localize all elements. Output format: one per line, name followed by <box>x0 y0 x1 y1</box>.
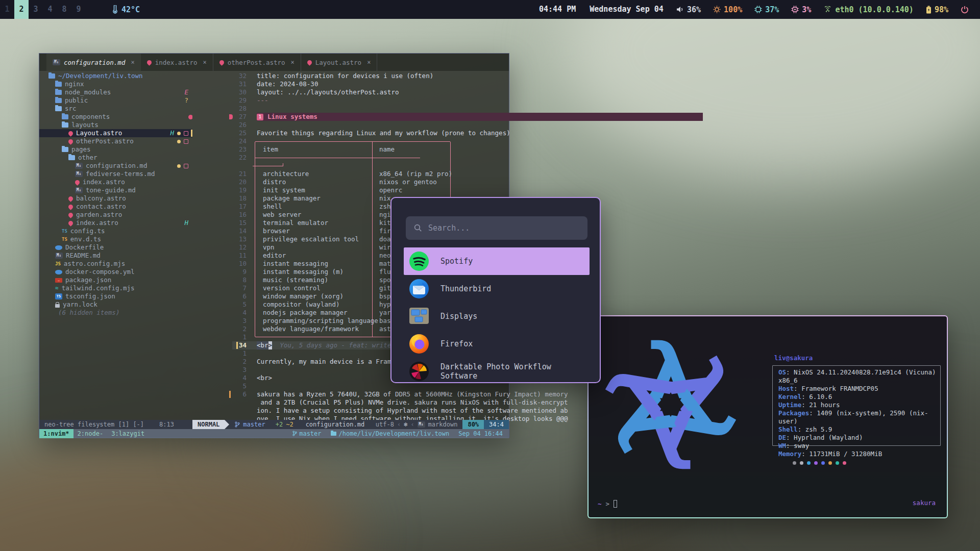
table-cell-item: instant messaging <box>257 260 374 268</box>
tree-item-yarn.lock[interactable]: yarn.lock <box>39 300 192 309</box>
table-cell-item: terminal emulator <box>257 219 374 227</box>
tab-otherPost.astro[interactable]: otherPost.astro× <box>213 54 301 71</box>
tree-item-components[interactable]: components <box>39 113 192 121</box>
tree-item-index.astro[interactable]: index.astroH <box>39 219 192 227</box>
line-number <box>232 407 253 415</box>
sign-column <box>253 317 257 325</box>
workspace-3[interactable]: 3 <box>29 0 43 19</box>
workspace-1[interactable]: 1 <box>0 0 14 19</box>
launcher-item-firefox[interactable]: Firefox <box>404 330 590 358</box>
tree-item-nginx[interactable]: nginx <box>39 80 192 88</box>
tree-item-badges: H <box>184 219 188 227</box>
launcher-item-darktable[interactable]: Darktable Photo Workflow Software <box>404 358 590 383</box>
tab-close-icon[interactable]: × <box>131 59 134 66</box>
tree-item---Development-liv.town[interactable]: ~/Development/liv.town <box>39 72 192 80</box>
tree-item-tailwind.config.mjs[interactable]: ≈tailwind.config.mjs <box>39 284 192 292</box>
tmux-window-3lazygit[interactable]: 3:lazygit <box>107 429 149 438</box>
launcher-search-input[interactable]: Search... <box>406 216 587 240</box>
tree-item-tsconfig.json[interactable]: TStsconfig.json <box>39 292 192 300</box>
table-cell-item: vpn <box>257 243 374 252</box>
tree-item-layouts[interactable]: layouts <box>39 121 192 129</box>
tree-item-badges: H <box>170 129 188 137</box>
tree-item-node-modules[interactable]: node_modulesE <box>39 88 192 96</box>
fetch-field-shell: Shell: zsh 5.9 <box>778 425 947 434</box>
tree-item-label: tsconfig.json <box>65 292 115 300</box>
cpu-widget[interactable]: 37% <box>754 5 779 14</box>
battery-widget[interactable]: 98% <box>926 5 948 14</box>
buffer-line: 6sakura has a Ryzen 5 7640U, 32GB of DDR… <box>232 390 510 398</box>
tree-item-configuration.md[interactable]: M↓configuration.md <box>39 162 192 170</box>
spotify-app-icon <box>409 251 429 271</box>
tree-item-astro.config.mjs[interactable]: JSastro.config.mjs <box>39 260 192 268</box>
shell-prompt[interactable]: ~ > <box>598 500 617 508</box>
workspace-9[interactable]: 9 <box>71 0 86 19</box>
tab-index.astro[interactable]: index.astro× <box>141 54 213 71</box>
volume-widget[interactable]: 36% <box>676 5 701 14</box>
workspace-4[interactable]: 4 <box>43 0 57 19</box>
buffer-text: layout: ../../layouts/otherPost.astro <box>257 88 399 96</box>
tree-item-other[interactable]: other <box>39 154 192 162</box>
tab-Layout.astro[interactable]: Layout.astro× <box>301 54 378 71</box>
tmux-window-2node[interactable]: 2:node- <box>74 429 108 438</box>
tree-item-README.md[interactable]: M↓README.md <box>39 252 192 260</box>
tree-item-tone-guide.md[interactable]: M↓tone-guide.md <box>39 186 192 194</box>
tree-item-label: configuration.md <box>86 162 147 170</box>
displays-app-icon <box>409 306 429 327</box>
power-button-icon[interactable] <box>961 6 969 14</box>
buffer-line: 5 <box>232 382 510 390</box>
markdown-file-icon: M↓ <box>75 163 83 169</box>
tab-configuration.md[interactable]: M↓configuration.md× <box>46 54 141 71</box>
tree-item-public[interactable]: public? <box>39 96 192 105</box>
astro-file-icon <box>67 130 74 137</box>
buffer-text: sakura has a Ryzen 5 7640U, 32GB of DDR5… <box>257 390 568 398</box>
tree-item-Dockerfile[interactable]: Dockerfile <box>39 243 192 252</box>
tree-item-garden.astro[interactable]: garden.astro <box>39 211 192 219</box>
tree-item-src[interactable]: src <box>39 105 192 113</box>
tab-close-icon[interactable]: × <box>203 59 206 66</box>
memory-widget[interactable]: 3% <box>791 5 811 14</box>
terminal-window-fetch: λλλλλλ liv@sakura OS: NixOS 24.11.202408… <box>587 315 948 518</box>
launcher-item-spotify[interactable]: Spotify <box>404 247 590 275</box>
fetch-terminal-content[interactable]: λλλλλλ liv@sakura OS: NixOS 24.11.202408… <box>589 316 947 517</box>
tree-item-label: other <box>78 154 97 162</box>
tree-item-contact.astro[interactable]: contact.astro <box>39 203 192 211</box>
line-number: 30 <box>232 88 253 96</box>
tree-item-package.json[interactable]: —package.json <box>39 276 192 284</box>
tree-item-balcony.astro[interactable]: balcony.astro <box>39 194 192 203</box>
launcher-item-displays[interactable]: Displays <box>404 303 590 330</box>
tree-item-otherPost.astro[interactable]: otherPost.astro <box>39 137 192 145</box>
tree-item-config.ts[interactable]: TSconfig.ts <box>39 227 192 235</box>
fetch-key: OS <box>778 368 786 376</box>
tmux-session-info: master /home/liv/Development/liv.town Se… <box>292 430 509 437</box>
color-dot <box>828 461 832 465</box>
tree-item-badges <box>177 137 188 145</box>
table-cell-item: music (streaming) <box>257 276 374 284</box>
tree-item-env.d.ts[interactable]: TSenv.d.ts <box>39 235 192 243</box>
workspace-2[interactable]: 2 <box>14 0 29 19</box>
fetch-key: Kernel <box>778 393 801 400</box>
tab-close-icon[interactable]: × <box>291 59 295 66</box>
tree-item-fediverse-terms.md[interactable]: M↓fediverse-terms.md <box>39 170 192 178</box>
buffer-line: 21architecturex86_64 (rip m2 pro) <box>232 170 510 178</box>
session-host-label: sakura <box>913 499 936 507</box>
line-number: 2 <box>232 358 253 366</box>
tree-item--6-hidden-items-[interactable]: (6 hidden items) <box>39 309 192 317</box>
tree-item-pages[interactable]: pages <box>39 145 192 154</box>
network-widget[interactable]: eth0 (10.0.0.140) <box>823 5 914 14</box>
tree-item-index.astro[interactable]: index.astro <box>39 178 192 186</box>
folder-icon <box>55 98 62 103</box>
sign-column <box>253 178 257 186</box>
launcher-item-label: Thunderbird <box>440 284 491 293</box>
line-number: 1 <box>232 333 253 341</box>
tmux-window-1nvim[interactable]: 1:nvim* <box>39 429 74 438</box>
tree-item-Layout.astro[interactable]: Layout.astroH <box>39 129 192 137</box>
brightness-widget[interactable]: 100% <box>713 5 742 14</box>
buffer-text: Favorite things regarding Linux and my w… <box>257 129 510 137</box>
launcher-item-thunderbird[interactable]: Thunderbird <box>404 275 590 303</box>
tab-close-icon[interactable]: × <box>367 59 371 66</box>
buffer-line: 19init systemopenrc <box>232 186 510 194</box>
tree-item-docker-compose.yml[interactable]: docker-compose.yml <box>39 268 192 276</box>
workspace-8[interactable]: 8 <box>57 0 71 19</box>
modified-dot-badge <box>177 132 181 135</box>
line-number <box>232 162 253 170</box>
